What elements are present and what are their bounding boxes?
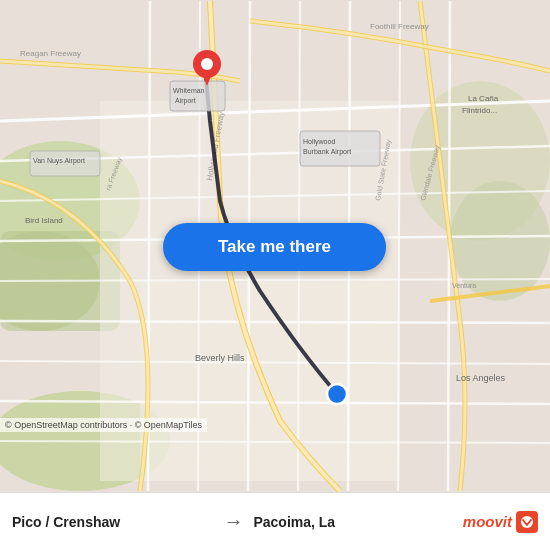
footer-from: Pico / Crenshaw — [12, 514, 213, 530]
map-attribution: © OpenStreetMap contributors · © OpenMap… — [0, 418, 207, 432]
map-area: Hollywood Freeway Foothill Freeway Reaga… — [0, 0, 550, 492]
svg-text:Hollywood: Hollywood — [303, 138, 335, 146]
svg-rect-8 — [140, 281, 400, 481]
svg-point-50 — [521, 516, 533, 528]
svg-rect-29 — [170, 81, 225, 111]
svg-point-47 — [201, 58, 213, 70]
footer-to-label: Pacoima, La — [253, 514, 454, 530]
moovit-text: moovit — [463, 513, 512, 530]
svg-text:Burbank Airport: Burbank Airport — [303, 148, 351, 156]
svg-text:Foothill Freeway: Foothill Freeway — [370, 22, 429, 31]
footer-direction-arrow: → — [223, 510, 243, 533]
take-me-there-button[interactable]: Take me there — [163, 223, 386, 271]
svg-text:Whiteman: Whiteman — [173, 87, 205, 94]
svg-text:Van Nuys Airport: Van Nuys Airport — [33, 157, 85, 165]
moovit-logo: moovit — [463, 511, 538, 533]
svg-text:Bird Island: Bird Island — [25, 216, 63, 225]
svg-text:La Caña: La Caña — [468, 94, 499, 103]
moovit-icon — [516, 511, 538, 533]
svg-text:Flintrido...: Flintrido... — [462, 106, 497, 115]
footer-from-label: Pico / Crenshaw — [12, 514, 213, 530]
svg-text:Reagan Freeway: Reagan Freeway — [20, 49, 81, 58]
app: Hollywood Freeway Foothill Freeway Reaga… — [0, 0, 550, 550]
svg-text:Beverly Hills: Beverly Hills — [195, 353, 245, 363]
svg-point-49 — [332, 389, 342, 399]
svg-text:Los Angeles: Los Angeles — [456, 373, 506, 383]
svg-text:Airport: Airport — [175, 97, 196, 105]
svg-text:Ventura: Ventura — [452, 282, 476, 289]
footer-bar: Pico / Crenshaw → Pacoima, La moovit — [0, 492, 550, 550]
